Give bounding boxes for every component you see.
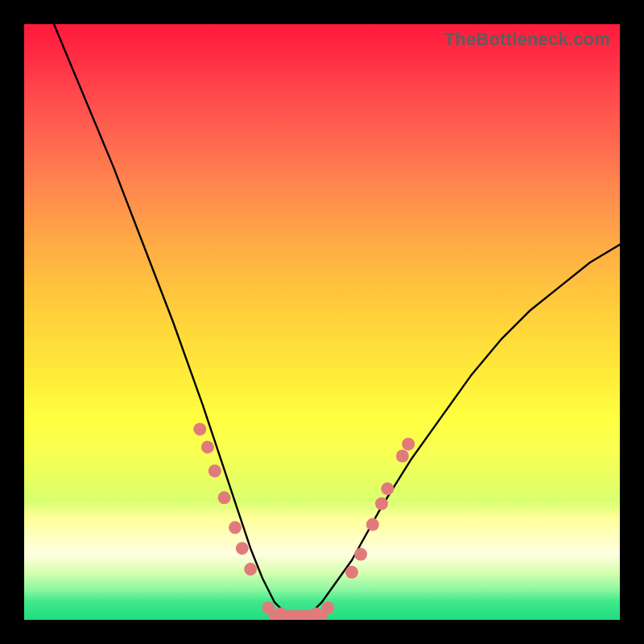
data-marker [396,450,409,463]
bottom-bar-layer [268,610,328,620]
data-marker [402,438,415,451]
data-marker [381,482,394,495]
chart-overlay [24,24,620,620]
bottleneck-curve [54,24,620,617]
data-marker [229,521,242,534]
data-marker [208,464,221,477]
data-marker [375,497,388,510]
data-marker [345,566,358,579]
optimal-range-bar [268,610,328,620]
chart-plot-area: TheBottleneck.com [24,24,620,620]
data-marker [366,518,379,531]
data-marker [201,440,214,453]
data-marker [218,491,231,504]
data-marker [244,563,257,576]
marker-layer [193,423,415,620]
data-marker [193,423,206,436]
data-marker [354,548,367,561]
curve-layer [54,24,620,617]
data-marker [236,542,249,555]
